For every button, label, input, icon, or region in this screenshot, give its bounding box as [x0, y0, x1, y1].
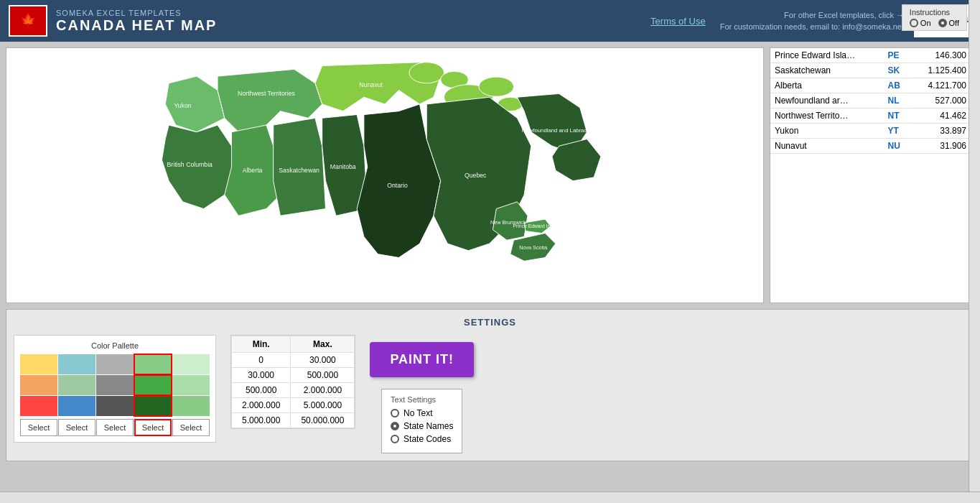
minmax-row: 5.000.000 50.000.000	[232, 413, 355, 428]
main-area: Yukon Northwest Territories Nunavut Brit…	[0, 42, 980, 309]
svg-point-2	[409, 63, 444, 83]
text-option-radio-state-codes[interactable]	[391, 435, 399, 443]
palette-cell-r1-c1[interactable]	[58, 375, 95, 395]
min-value: 0	[232, 353, 291, 368]
text-options: No TextState NamesState Codes	[391, 408, 453, 444]
table-row: Saskatchewan SK 1.125.400	[770, 63, 974, 78]
province-code: YT	[884, 124, 910, 139]
max-value: 500.000	[291, 368, 355, 383]
instructions-off[interactable]: Off	[938, 19, 959, 27]
instructions-on-radio[interactable]	[910, 19, 918, 27]
text-option-state-codes[interactable]: State Codes	[391, 434, 453, 444]
province-value: 1.125.400	[910, 63, 974, 78]
palette-cell-r2-c1[interactable]	[58, 396, 95, 416]
select-palette-btn-3[interactable]: Select	[134, 419, 172, 436]
table-row: Nunavut NU 31.906	[770, 139, 974, 154]
palette-cell-r1-c4[interactable]	[172, 375, 210, 395]
province-name: Prince Edward Isla…	[770, 48, 884, 63]
palette-cell-r0-c4[interactable]	[172, 354, 210, 374]
header-logo: 🍁	[9, 5, 47, 37]
palette-cell-r1-c0[interactable]	[20, 375, 57, 395]
paint-area: PAINT IT! Text Settings No TextState Nam…	[370, 335, 474, 453]
text-option-label: State Codes	[403, 434, 451, 444]
min-value: 2.000.000	[232, 398, 291, 413]
province-value: 527.000	[910, 93, 974, 109]
text-option-label: State Names	[403, 421, 453, 431]
province-code: AB	[884, 78, 910, 93]
province-name: Newfoundland ar…	[770, 93, 884, 109]
palette-cell-r0-c3[interactable]	[134, 354, 172, 374]
province-data-table: Prince Edward Isla… PE 146.300Saskatchew…	[770, 48, 974, 154]
minmax-row: 0 30.000	[232, 353, 355, 368]
instructions-on[interactable]: On	[910, 19, 931, 27]
header: 🍁 SOMEKA EXCEL TEMPLATES CANADA HEAT MAP…	[0, 0, 980, 42]
palette-cell-r2-c2[interactable]	[96, 396, 134, 416]
scrollbar-bottom[interactable]	[0, 492, 980, 503]
label-sk: Saskatchewan	[279, 167, 319, 174]
map-section: Yukon Northwest Territories Nunavut Brit…	[6, 47, 764, 303]
palette-section: Color Pallette SelectSelectSelectSelectS…	[14, 335, 216, 443]
minmax-row: 500.000 2.000.000	[232, 383, 355, 398]
province-code: PE	[884, 48, 910, 63]
instructions-box: Instructions On Off	[902, 4, 967, 31]
settings-inner: Color Pallette SelectSelectSelectSelectS…	[14, 335, 966, 453]
palette-cell-r0-c0[interactable]	[20, 354, 57, 374]
select-palette-btn-1[interactable]: Select	[58, 419, 95, 436]
province-code: NU	[884, 139, 910, 154]
palette-cell-r1-c2[interactable]	[96, 375, 134, 395]
paint-button[interactable]: PAINT IT!	[370, 342, 474, 377]
province-name: Alberta	[770, 78, 884, 93]
select-palette-btn-0[interactable]: Select	[20, 419, 57, 436]
text-option-radio-no-text[interactable]	[391, 409, 399, 417]
min-value: 30.000	[232, 368, 291, 383]
instructions-off-radio[interactable]	[938, 19, 947, 27]
minmax-section: Min. Max. 0 30.00030.000 500.000500.000 …	[230, 335, 355, 429]
svg-text:🍁: 🍁	[20, 12, 37, 28]
palette-cell-r2-c3[interactable]	[134, 396, 172, 416]
label-on: Ontario	[387, 182, 408, 189]
label-bc: British Columbia	[167, 161, 213, 168]
province-name: Saskatchewan	[770, 63, 884, 78]
palette-cell-r0-c1[interactable]	[58, 354, 95, 374]
instructions-label: Instructions	[910, 8, 950, 17]
label-yukon: Yukon	[174, 102, 191, 109]
label-ab: Alberta	[243, 167, 263, 174]
minmax-max-header: Max.	[291, 336, 355, 353]
minmax-row: 2.000.000 5.000.000	[232, 398, 355, 413]
table-row: Prince Edward Isla… PE 146.300	[770, 48, 974, 63]
table-row: Northwest Territo… NT 41.462	[770, 109, 974, 124]
minmax-table: Min. Max. 0 30.00030.000 500.000500.000 …	[231, 336, 355, 428]
province-name: Nunavut	[770, 139, 884, 154]
text-option-radio-state-names[interactable]	[391, 422, 399, 430]
max-value: 5.000.000	[291, 398, 355, 413]
max-value: 50.000.000	[291, 413, 355, 428]
label-pei: Prince Edward Island	[513, 223, 559, 229]
select-palette-btn-2[interactable]: Select	[96, 419, 134, 436]
label-nwt: Northwest Territories	[238, 90, 295, 97]
text-option-state-names[interactable]: State Names	[391, 421, 453, 431]
province-value: 31.906	[910, 139, 974, 154]
palette-cell-r2-c4[interactable]	[172, 396, 210, 416]
select-buttons-row: SelectSelectSelectSelectSelect	[20, 419, 210, 436]
province-value: 33.897	[910, 124, 974, 139]
header-title-block: SOMEKA EXCEL TEMPLATES CANADA HEAT MAP	[56, 9, 650, 34]
terms-of-use-link[interactable]: Terms of Use	[650, 16, 706, 27]
select-palette-btn-4[interactable]: Select	[172, 419, 210, 436]
scrollbar-right[interactable]	[969, 0, 980, 503]
palette-cell-r1-c3[interactable]	[134, 375, 172, 395]
table-row: Alberta AB 4.121.700	[770, 78, 974, 93]
minmax-row: 30.000 500.000	[232, 368, 355, 383]
label-ns: Nova Scotia	[519, 244, 548, 251]
palette-cell-r0-c2[interactable]	[96, 354, 134, 374]
text-option-no-text[interactable]: No Text	[391, 408, 453, 418]
header-company: SOMEKA EXCEL TEMPLATES	[56, 9, 650, 17]
text-settings-title: Text Settings	[391, 395, 453, 404]
max-value: 30.000	[291, 353, 355, 368]
settings-section: SETTINGS Color Pallette SelectSelectSele…	[6, 309, 974, 461]
province-code: NL	[884, 93, 910, 109]
province-value: 41.462	[910, 109, 974, 124]
label-nl: Newfoundland and Labrador	[522, 127, 592, 134]
palette-title: Color Pallette	[20, 341, 210, 350]
palette-cell-r2-c0[interactable]	[20, 396, 57, 416]
province-code: SK	[884, 63, 910, 78]
